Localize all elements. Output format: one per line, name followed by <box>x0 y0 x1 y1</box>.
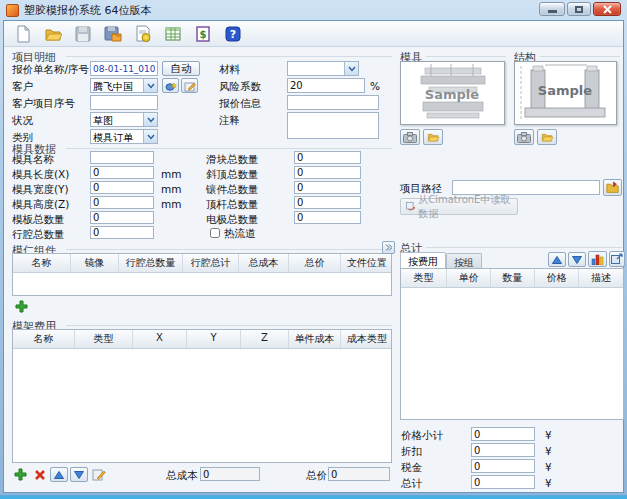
arrow-up-icon <box>54 471 64 479</box>
section-divider <box>426 247 622 248</box>
table-icon <box>164 25 182 43</box>
edit-row-icon <box>92 468 106 481</box>
section-divider <box>66 249 392 250</box>
base-total-price-value <box>328 467 390 481</box>
column-header[interactable]: Y <box>187 330 241 348</box>
window-title: 塑胶模报价系统 64位版本 <box>24 3 152 18</box>
auto-button[interactable]: 自动 <box>162 61 200 76</box>
column-header[interactable]: 类型 <box>401 269 447 287</box>
risk-factor-input[interactable] <box>287 78 365 93</box>
open-button[interactable] <box>40 23 66 45</box>
base-total-price-label: 总价 <box>306 469 327 483</box>
totals-move-up-button[interactable] <box>548 252 566 267</box>
tax-input[interactable] <box>471 459 535 473</box>
status-select[interactable]: 草图 <box>90 112 158 127</box>
column-header[interactable]: 成本类型 <box>341 330 392 348</box>
add-core-component-button[interactable] <box>12 299 30 314</box>
maximize-icon <box>575 6 583 13</box>
notes-textarea[interactable] <box>287 112 379 139</box>
cavity-count-input[interactable] <box>90 226 154 239</box>
mold-height-input[interactable] <box>90 196 154 209</box>
minimize-button[interactable] <box>539 2 565 16</box>
move-down-button[interactable] <box>70 467 88 482</box>
totals-export-button[interactable] <box>609 251 625 267</box>
material-select[interactable] <box>287 61 359 76</box>
mold-width-input[interactable] <box>90 181 154 194</box>
move-up-button[interactable] <box>50 467 68 482</box>
close-button[interactable] <box>593 2 621 16</box>
column-header[interactable]: 文件位置 <box>341 254 392 272</box>
structure-open-image-button[interactable] <box>537 129 557 145</box>
column-header[interactable]: 单件成本 <box>289 330 341 348</box>
structure-capture-button[interactable] <box>514 129 534 145</box>
save-as-button[interactable] <box>100 23 126 45</box>
mold-preview-image[interactable]: Sample <box>400 61 505 125</box>
mold-name-input[interactable] <box>90 151 154 164</box>
column-header[interactable]: 类型 <box>75 330 133 348</box>
collapse-panel-button[interactable] <box>382 241 395 254</box>
column-header[interactable]: 镜像 <box>71 254 119 272</box>
browse-path-button[interactable] <box>603 179 622 196</box>
column-header[interactable]: 行腔总计 <box>183 254 239 272</box>
column-header[interactable]: 数量 <box>491 269 535 287</box>
mold-capture-button[interactable] <box>400 129 420 145</box>
add-customer-button[interactable] <box>162 78 179 93</box>
subtotal-input[interactable] <box>471 427 535 441</box>
discount-input[interactable] <box>471 443 535 457</box>
column-header[interactable]: X <box>133 330 187 348</box>
delete-row-button[interactable] <box>31 467 48 482</box>
electrode-count-label: 电极总数量 <box>206 213 259 227</box>
column-header[interactable]: 名称 <box>13 330 75 348</box>
column-header[interactable]: 总成本 <box>239 254 289 272</box>
material-dropdown-button[interactable] <box>344 62 358 75</box>
structure-preview-image[interactable]: Sample <box>514 61 617 125</box>
edit-row-button[interactable] <box>90 467 108 482</box>
customer-dropdown-button[interactable] <box>143 79 157 92</box>
customer-project-input[interactable] <box>90 95 158 110</box>
save-button[interactable] <box>70 23 96 45</box>
add-row-button[interactable] <box>12 467 29 482</box>
mold-length-label: 模具长度(X) <box>12 168 69 182</box>
svg-text:?: ? <box>230 28 236 41</box>
mold-open-image-button[interactable] <box>423 129 443 145</box>
quote-info-input[interactable] <box>287 95 379 110</box>
base-total-cost-value <box>200 467 260 481</box>
report-settings-button[interactable] <box>130 23 156 45</box>
tab-by-cost[interactable]: 按费用 <box>400 252 446 269</box>
tab-by-group[interactable]: 按组 <box>446 253 482 269</box>
quote-number-input[interactable] <box>90 61 158 76</box>
ejector-count-input[interactable] <box>294 196 361 209</box>
plate-count-input[interactable] <box>90 211 154 224</box>
column-header[interactable]: Z <box>241 330 289 348</box>
help-button[interactable]: ? <box>220 23 246 45</box>
electrode-count-input[interactable] <box>294 211 361 224</box>
table-button[interactable] <box>160 23 186 45</box>
hot-runner-checkbox[interactable] <box>210 228 220 238</box>
column-header[interactable]: 价格 <box>535 269 579 287</box>
insert-count-input[interactable] <box>294 181 361 194</box>
slider-count-input[interactable] <box>294 151 361 164</box>
quote-money-button[interactable]: $ <box>190 23 216 45</box>
column-header[interactable]: 描述 <box>579 269 623 287</box>
column-header[interactable]: 名称 <box>13 254 71 272</box>
column-header[interactable]: 行腔总数量 <box>119 254 183 272</box>
maximize-button[interactable] <box>567 2 591 16</box>
totals-chart-button[interactable] <box>588 251 607 267</box>
category-dropdown-button[interactable] <box>143 130 157 143</box>
report-settings-icon <box>134 25 152 43</box>
grand-total-input[interactable] <box>471 475 535 489</box>
column-header[interactable]: 总价 <box>289 254 341 272</box>
mold-length-input[interactable] <box>90 166 154 179</box>
column-header[interactable]: 单价 <box>447 269 491 287</box>
status-dropdown-button[interactable] <box>143 113 157 126</box>
totals-table: 类型 单价 数量 价格 描述 <box>400 268 624 420</box>
help-icon: ? <box>224 25 242 43</box>
new-document-button[interactable] <box>10 23 36 45</box>
totals-move-down-button[interactable] <box>568 252 586 267</box>
edit-customer-button[interactable] <box>181 78 198 93</box>
customer-select[interactable]: 腾飞中国 <box>90 78 158 93</box>
quote-money-icon: $ <box>194 25 212 43</box>
category-select[interactable]: 模具订单 <box>90 129 158 144</box>
material-value <box>288 62 344 75</box>
lifter-count-input[interactable] <box>294 166 361 179</box>
